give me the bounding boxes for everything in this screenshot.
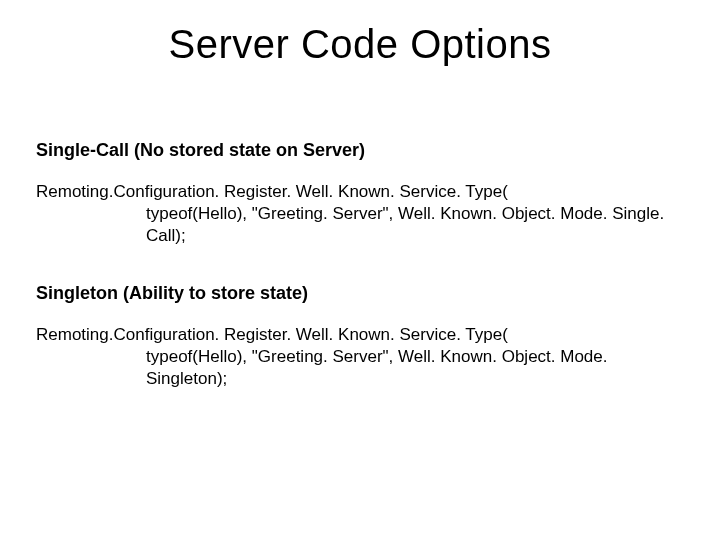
section-heading: Singleton (Ability to store state) — [36, 283, 684, 304]
slide: Server Code Options Single-Call (No stor… — [0, 0, 720, 540]
section-heading: Single-Call (No stored state on Server) — [36, 140, 684, 161]
slide-title: Server Code Options — [0, 22, 720, 67]
code-line: typeof(Hello), "Greeting. Server", Well.… — [36, 346, 684, 390]
code-block: Remoting.Configuration. Register. Well. … — [36, 181, 684, 247]
code-line: Remoting.Configuration. Register. Well. … — [36, 324, 684, 346]
code-line: Remoting.Configuration. Register. Well. … — [36, 181, 684, 203]
code-block: Remoting.Configuration. Register. Well. … — [36, 324, 684, 390]
slide-content: Single-Call (No stored state on Server) … — [36, 140, 684, 427]
code-line: typeof(Hello), "Greeting. Server", Well.… — [36, 203, 684, 247]
